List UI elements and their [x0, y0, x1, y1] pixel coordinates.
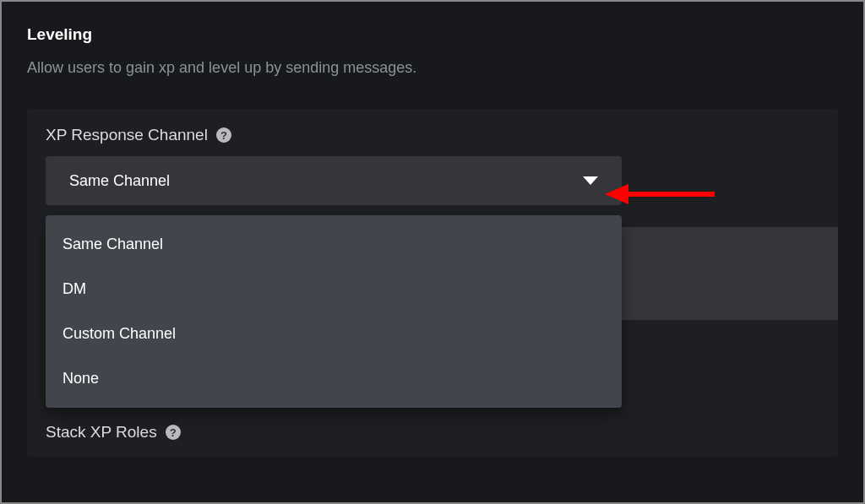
section-description: Allow users to gain xp and level up by s…: [27, 59, 838, 77]
chevron-down-icon: [583, 176, 598, 185]
obscured-field: *: [585, 227, 838, 320]
xp-response-channel-select[interactable]: Same Channel: [46, 156, 622, 205]
dropdown-option-same-channel[interactable]: Same Channel: [46, 222, 622, 267]
settings-panel: XP Response Channel ? Same Channel Same …: [27, 109, 838, 457]
stack-xp-roles-row: Stack XP Roles ?: [27, 423, 838, 457]
field-label-row: XP Response Channel ?: [27, 126, 838, 144]
help-icon[interactable]: ?: [216, 127, 231, 143]
stack-xp-roles-label: Stack XP Roles: [46, 423, 157, 442]
dropdown-option-custom-channel[interactable]: Custom Channel: [46, 312, 622, 356]
help-icon[interactable]: ?: [166, 425, 181, 440]
dropdown-menu: Same Channel DM Custom Channel None: [46, 215, 622, 408]
dropdown-option-dm[interactable]: DM: [46, 267, 622, 312]
arrow-annotation-icon: [605, 177, 723, 211]
xp-response-channel-label: XP Response Channel: [46, 126, 208, 144]
select-value: Same Channel: [69, 172, 170, 190]
section-title: Leveling: [27, 25, 838, 44]
svg-marker-1: [605, 184, 628, 204]
dropdown-option-none[interactable]: None: [46, 356, 622, 401]
